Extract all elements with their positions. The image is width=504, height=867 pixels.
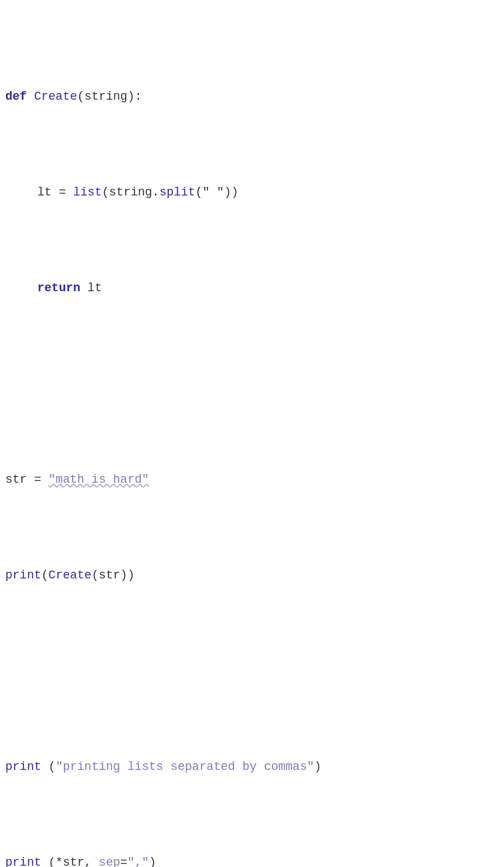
fn-list: list [73,186,102,199]
line-2: lt = list(string.split(" ")) [5,183,499,202]
param-sep1: sep [98,856,120,867]
line-9: print (*str, sep=",") [5,853,499,867]
line-8: print ("printing lists separated by comm… [5,757,499,777]
line-3: return lt [5,279,499,298]
kw-def: def [5,90,27,103]
line-4-empty [5,374,499,394]
fn-print2: print [5,760,41,773]
line-7-empty [5,662,499,681]
fn-create: Create [34,90,77,103]
fn-create2: Create [49,568,92,582]
str-comma: "," [128,856,149,867]
line-6: print(Create(str)) [5,566,499,585]
fn-split: split [160,186,195,199]
fn-print: print [5,568,41,582]
kw-return: return [37,281,80,295]
line-5: str = "math is hard" [5,470,499,489]
fn-print3: print [5,856,41,867]
str-printing-commas: "printing lists separated by commas" [56,760,315,773]
str-math-is-hard: "math is hard" [49,473,149,486]
line-1: def Create(string): [5,87,499,106]
code-editor: def Create(string): lt = list(string.spl… [5,11,499,867]
